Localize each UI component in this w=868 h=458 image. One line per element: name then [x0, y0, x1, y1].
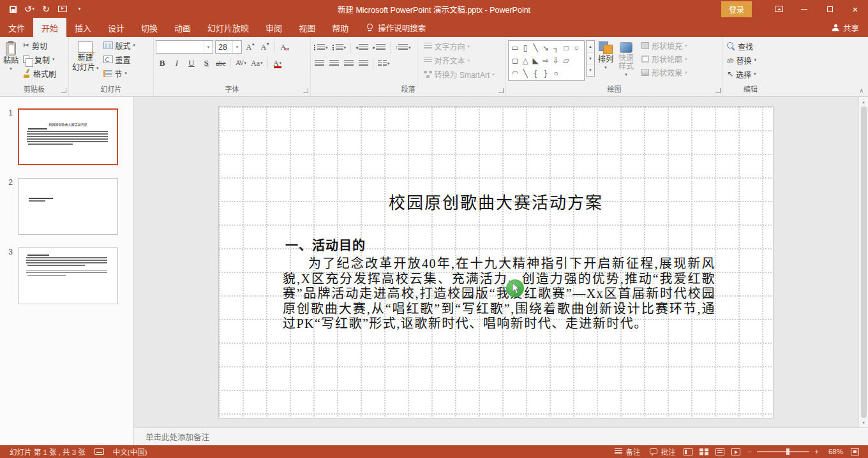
shape-brace-right-icon[interactable]: } — [541, 68, 551, 79]
shape-parallelogram-icon[interactable]: ▱ — [561, 55, 571, 66]
tab-view[interactable]: 视图 — [290, 18, 324, 37]
line-spacing-button[interactable]: ↕▾ — [394, 41, 412, 54]
zoom-in-button[interactable]: + — [814, 448, 819, 455]
shape-outline-button[interactable]: 形状轮廓 ▾ — [640, 52, 689, 66]
slide-editor[interactable]: 校园原创歌曲大赛活动方案 一、活动目的 为了纪念改革开放40年,在十九大精神指引… — [219, 107, 773, 418]
scrollbar-thumb[interactable] — [861, 107, 867, 418]
collapse-ribbon-button[interactable]: ∧ — [859, 87, 864, 94]
shape-vertical-textbox-icon[interactable]: ▯ — [520, 42, 530, 54]
slide-heading-text[interactable]: 一、活动目的 — [285, 235, 366, 254]
zoom-slider[interactable] — [757, 451, 809, 452]
section-button[interactable]: 节 ▾ — [101, 66, 138, 80]
decrease-indent-button[interactable]: ◂ — [354, 41, 370, 54]
paragraph-dialog-launcher[interactable] — [498, 88, 504, 93]
zoom-out-button[interactable]: − — [748, 448, 752, 455]
shapes-more-button[interactable]: ▾ — [587, 64, 594, 76]
clear-formatting-button[interactable]: A — [278, 40, 291, 54]
new-slide-button[interactable]: ★ 新建 幻灯片▾ — [71, 38, 100, 85]
arrange-button[interactable]: 排列 ▾ — [597, 38, 615, 85]
font-name-combo[interactable]: ▾ — [156, 40, 213, 54]
shape-arrow-line-icon[interactable]: ↘ — [541, 42, 551, 54]
tab-home[interactable]: 开始 — [33, 18, 66, 37]
tab-help[interactable]: 帮助 — [324, 18, 357, 37]
shapes-scroll-down-button[interactable]: ▾ — [587, 53, 594, 65]
replace-button[interactable]: ab 替换 ▾ — [725, 53, 758, 67]
chevron-down-icon[interactable]: ▾ — [232, 41, 241, 53]
tab-insert[interactable]: 插入 — [66, 18, 100, 37]
customize-quick-access-button[interactable]: ▾ — [71, 1, 87, 17]
ribbon-display-options-button[interactable] — [766, 0, 791, 18]
select-button[interactable]: ↖ 选择 ▾ — [725, 67, 758, 81]
close-button[interactable]: × — [842, 0, 868, 18]
tab-file[interactable]: 文件 — [0, 18, 33, 37]
notes-pane[interactable]: 单击此处添加备注 — [134, 427, 868, 445]
italic-button[interactable]: I — [170, 56, 183, 70]
input-method-indicator[interactable] — [90, 445, 108, 458]
shape-fill-button[interactable]: 形状填充 ▾ — [640, 39, 689, 52]
slide-3-thumbnail[interactable] — [18, 247, 118, 304]
clipboard-dialog-launcher[interactable] — [61, 88, 66, 93]
shape-connector-icon[interactable]: ┐ — [551, 42, 561, 54]
character-spacing-button[interactable]: AV▾ — [234, 56, 248, 70]
format-painter-button[interactable]: 格式刷 — [21, 66, 58, 80]
slide-2-thumbnail[interactable] — [18, 178, 118, 235]
cut-button[interactable]: ✂ 剪切 — [21, 38, 58, 52]
zoom-slider-thumb[interactable] — [786, 448, 789, 455]
convert-to-smartart-button[interactable]: 转换为 SmartArt ▾ — [423, 68, 496, 81]
align-center-button[interactable] — [327, 57, 340, 70]
strikethrough-button[interactable]: abc — [214, 56, 227, 70]
notes-toggle-button[interactable]: 备注 — [610, 445, 645, 458]
shape-effects-button[interactable]: 形状效果 ▾ — [640, 66, 689, 79]
shape-arc-icon[interactable]: ◠ — [510, 68, 520, 79]
font-dialog-launcher[interactable] — [303, 88, 308, 93]
numbering-button[interactable]: ▾ — [331, 41, 348, 54]
shape-line-icon[interactable]: ╲ — [530, 42, 541, 54]
tab-design[interactable]: 设计 — [100, 18, 133, 37]
change-case-button[interactable]: Aa▾ — [250, 56, 264, 70]
increase-font-size-button[interactable]: A▴ — [244, 40, 257, 54]
bullets-button[interactable]: ▾ — [313, 41, 329, 54]
share-button[interactable]: 共享 — [832, 18, 859, 37]
columns-button[interactable]: ▾ — [377, 57, 391, 70]
find-button[interactable]: 查找 — [725, 39, 758, 53]
shape-triangle-icon[interactable]: △ — [520, 55, 530, 66]
tab-transitions[interactable]: 切换 — [133, 18, 166, 37]
undo-button[interactable]: ↺▾ — [22, 1, 37, 17]
align-left-button[interactable] — [313, 57, 326, 70]
paste-button[interactable]: 粘贴 ▾ — [2, 38, 20, 85]
zoom-level[interactable]: 68% — [824, 448, 843, 455]
language-indicator[interactable]: 中文(中国) — [108, 445, 152, 458]
font-name-value[interactable] — [156, 41, 204, 53]
tab-review[interactable]: 审阅 — [257, 18, 290, 37]
comments-toggle-button[interactable]: 批注 — [645, 445, 680, 458]
save-button[interactable] — [5, 1, 20, 17]
shape-textbox-icon[interactable]: ▭ — [510, 42, 520, 54]
slideshow-view-button[interactable] — [728, 445, 744, 458]
shape-oval-icon[interactable]: ○ — [551, 68, 561, 79]
font-color-button[interactable]: A▾ — [271, 56, 284, 70]
scroll-down-icon[interactable]: ▾ — [859, 418, 868, 427]
reset-button[interactable]: 重置 — [101, 52, 138, 66]
redo-button[interactable]: ↻ — [38, 1, 54, 17]
minimize-button[interactable] — [791, 0, 817, 18]
slide-1-thumbnail[interactable]: 校园原创歌曲大赛活动方案 — [18, 108, 118, 165]
start-slideshow-button[interactable] — [55, 1, 70, 17]
chevron-down-icon[interactable]: ▾ — [204, 41, 213, 53]
increase-indent-button[interactable]: ▸ — [371, 41, 387, 54]
shape-rectangle-icon[interactable]: □ — [561, 42, 571, 54]
shape-right-triangle-icon[interactable]: ◣ — [530, 55, 541, 66]
tell-me-search[interactable]: 操作说明搜索 — [367, 18, 426, 37]
vertical-scrollbar[interactable]: ▴ ▾ — [858, 97, 868, 427]
text-direction-button[interactable]: 文字方向 ▾ — [423, 40, 496, 53]
maximize-button[interactable] — [817, 0, 842, 18]
tab-slideshow[interactable]: 幻灯片放映 — [199, 18, 257, 37]
justify-button[interactable] — [357, 57, 370, 70]
underline-button[interactable]: U — [185, 56, 198, 70]
reading-view-button[interactable] — [712, 445, 728, 458]
scroll-up-icon[interactable]: ▴ — [859, 98, 868, 106]
font-size-combo[interactable]: 28 ▾ — [215, 40, 242, 54]
align-right-button[interactable] — [342, 57, 355, 70]
text-shadow-button[interactable]: S — [200, 56, 213, 70]
login-button[interactable]: 登录 — [721, 1, 752, 17]
shapes-scroll-up-button[interactable]: ▴ — [587, 41, 594, 53]
